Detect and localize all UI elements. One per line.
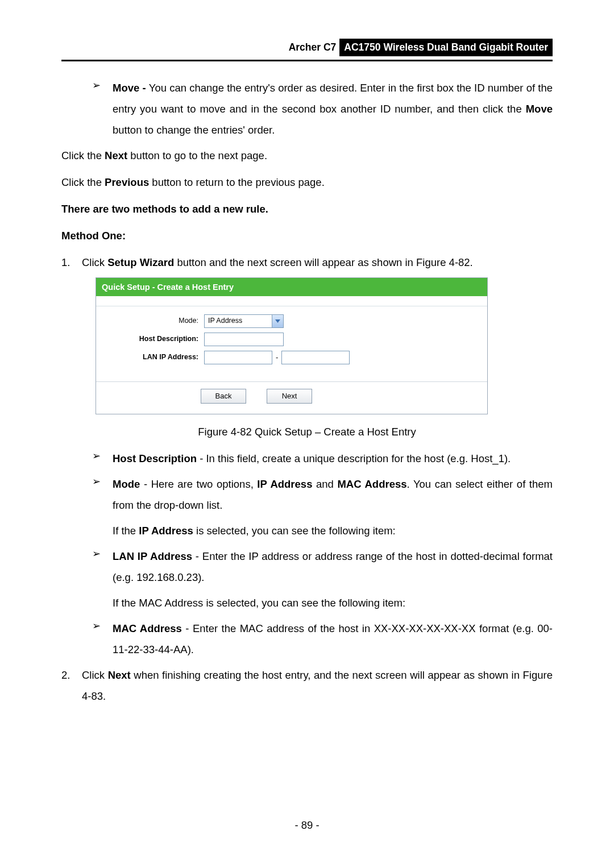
bullet-mac-address: ➢ MAC Address - Enter the MAC address of…	[92, 618, 553, 660]
method-one-heading: Method One:	[61, 225, 553, 246]
product-badge: AC1750 Wireless Dual Band Gigabit Router	[339, 39, 553, 56]
page-number: - 89 -	[0, 818, 614, 833]
ip-range-dash: -	[276, 352, 278, 363]
mode-select-value: IP Address	[208, 316, 242, 326]
bullet-marker-icon: ➢	[92, 546, 113, 588]
chevron-down-icon	[272, 315, 283, 327]
next-button[interactable]: Next	[267, 389, 312, 404]
header-divider	[61, 60, 553, 61]
host-description-input[interactable]	[204, 333, 284, 346]
step-1-text: Click Setup Wizard button and the next s…	[82, 252, 553, 273]
bullet-marker-icon: ➢	[92, 448, 113, 469]
step-1-index: 1.	[61, 252, 82, 273]
step-1: 1. Click Setup Wizard button and the nex…	[61, 252, 553, 273]
figure-title: Quick Setup - Create a Host Entry	[96, 278, 487, 296]
figure-footer: Back Next	[96, 381, 487, 414]
host-description-row: Host Description:	[105, 333, 478, 346]
back-button[interactable]: Back	[201, 389, 246, 404]
if-mac-para: If the MAC Address is selected, you can …	[61, 592, 553, 613]
bullet-mode-text: Mode - Here are two options, IP Address …	[113, 474, 553, 516]
bullet-host-description-text: Host Description - In this field, create…	[113, 448, 553, 469]
mode-label: Mode:	[105, 316, 204, 326]
click-next-para: Click the Next button to go to the next …	[61, 145, 553, 166]
figure-quick-setup: Quick Setup - Create a Host Entry Mode: …	[96, 277, 488, 414]
bullet-marker-icon: ➢	[92, 474, 113, 516]
bullet-host-description: ➢ Host Description - In this field, crea…	[92, 448, 553, 469]
mode-select[interactable]: IP Address	[204, 314, 284, 328]
mode-row: Mode: IP Address	[105, 314, 478, 328]
bullet-marker-icon: ➢	[92, 618, 113, 660]
if-ip-para: If the IP Address is selected, you can s…	[61, 520, 553, 541]
model-label: Archer C7	[289, 40, 340, 55]
click-previous-para: Click the Previous button to return to t…	[61, 172, 553, 193]
lan-ip-label: LAN IP Address:	[105, 352, 204, 363]
host-description-label: Host Description:	[105, 334, 204, 344]
lan-ip-to-input[interactable]	[281, 351, 350, 364]
lan-ip-row: LAN IP Address: -	[105, 351, 478, 364]
lan-ip-from-input[interactable]	[204, 351, 272, 364]
step-2: 2. Click Next when finishing creating th…	[61, 665, 553, 707]
bullet-marker-icon: ➢	[92, 77, 113, 140]
bullet-move: ➢ Move - You can change the entry's orde…	[92, 77, 553, 140]
page-header: Archer C7 AC1750 Wireless Dual Band Giga…	[61, 39, 553, 56]
step-2-text: Click Next when finishing creating the h…	[82, 665, 553, 707]
figure-gap	[96, 296, 487, 306]
figure-caption: Figure 4-82 Quick Setup – Create a Host …	[61, 421, 553, 442]
bullet-lan-ip: ➢ LAN IP Address - Enter the IP address …	[92, 546, 553, 588]
two-methods-heading: There are two methods to add a new rule.	[61, 198, 553, 219]
bullet-move-text: Move - You can change the entry's order …	[113, 77, 553, 140]
step-2-index: 2.	[61, 665, 82, 707]
bullet-mode: ➢ Mode - Here are two options, IP Addres…	[92, 474, 553, 516]
bullet-mac-address-text: MAC Address - Enter the MAC address of t…	[113, 618, 553, 660]
bullet-lan-ip-text: LAN IP Address - Enter the IP address or…	[113, 546, 553, 588]
